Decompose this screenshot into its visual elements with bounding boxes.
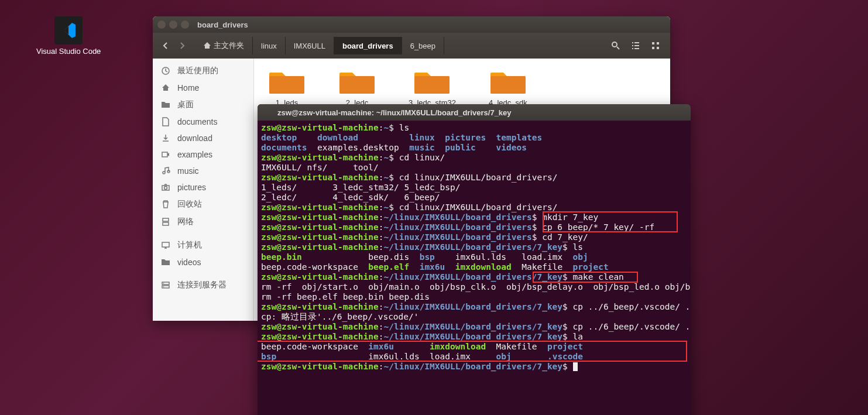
folder-icon bbox=[161, 258, 170, 267]
sidebar-item-videos[interactable]: videos bbox=[153, 254, 253, 270]
sidebar-item-download[interactable]: download bbox=[153, 130, 253, 146]
terminal-cursor bbox=[573, 362, 578, 371]
svg-rect-5 bbox=[634, 45, 639, 46]
svg-rect-3 bbox=[632, 48, 633, 49]
download-icon bbox=[161, 133, 170, 143]
vscode-icon bbox=[54, 16, 83, 44]
file-manager-sidebar: 最近使用的Home桌面documentsdownloadexamplesmusi… bbox=[153, 59, 254, 321]
svg-rect-1 bbox=[632, 42, 633, 43]
terminal-body[interactable]: zsw@zsw-virtual-machine:~$ lsdesktop dow… bbox=[258, 121, 691, 415]
video-icon bbox=[161, 150, 170, 159]
desktop-icon-label: Visual Studio Code bbox=[36, 47, 101, 56]
sidebar-item-label: 最近使用的 bbox=[177, 66, 218, 76]
svg-rect-6 bbox=[634, 48, 639, 49]
terminal-titlebar[interactable]: zsw@zsw-virtual-machine: ~/linux/IMX6ULL… bbox=[258, 104, 691, 121]
file-manager-toolbar: 主文件夹 linux IMX6ULL board_drivers 6_beep bbox=[153, 33, 670, 59]
minimize-button[interactable] bbox=[169, 20, 177, 29]
sidebar-item-label: pictures bbox=[177, 183, 206, 192]
sidebar-item-label: music bbox=[177, 166, 199, 176]
terminal-title: zsw@zsw-virtual-machine: ~/linux/IMX6ULL… bbox=[277, 108, 512, 117]
file-manager-titlebar[interactable]: board_drivers bbox=[153, 16, 670, 33]
svg-rect-10 bbox=[657, 47, 659, 49]
sidebar-item-label: examples bbox=[177, 150, 212, 159]
clock-icon bbox=[161, 66, 170, 76]
sidebar-item-network[interactable]: 网络 bbox=[153, 213, 253, 231]
breadcrumb-linux[interactable]: linux bbox=[253, 37, 286, 54]
search-icon bbox=[611, 41, 620, 50]
sidebar-item-label: 桌面 bbox=[177, 100, 194, 110]
window-title: board_drivers bbox=[197, 20, 248, 29]
folder-icon bbox=[489, 68, 527, 96]
svg-rect-8 bbox=[657, 42, 659, 44]
vscode-desktop-shortcut[interactable]: Visual Studio Code bbox=[36, 16, 101, 56]
back-button[interactable] bbox=[159, 37, 173, 54]
sidebar-item-music[interactable]: music bbox=[153, 163, 253, 179]
breadcrumb: 主文件夹 linux IMX6ULL board_drivers 6_beep bbox=[195, 37, 444, 54]
svg-rect-4 bbox=[634, 42, 639, 43]
computer-icon bbox=[161, 241, 170, 250]
camera-icon bbox=[161, 183, 170, 192]
folder-icon bbox=[338, 68, 376, 96]
home-icon bbox=[203, 42, 211, 50]
sidebar-item-label: 回收站 bbox=[177, 199, 202, 210]
breadcrumb-imx6ull[interactable]: IMX6ULL bbox=[286, 37, 334, 54]
sidebar-item-pictures[interactable]: pictures bbox=[153, 179, 253, 196]
svg-rect-15 bbox=[163, 218, 169, 221]
document-icon bbox=[161, 117, 170, 126]
sidebar-item-recent[interactable]: 最近使用的 bbox=[153, 62, 253, 80]
sidebar-item-label: 网络 bbox=[177, 217, 194, 227]
folder-icon bbox=[268, 68, 306, 96]
svg-point-20 bbox=[163, 283, 164, 284]
list-icon bbox=[631, 41, 640, 50]
music-icon bbox=[161, 166, 170, 176]
svg-rect-12 bbox=[162, 152, 167, 157]
sidebar-item-examples[interactable]: examples bbox=[153, 146, 253, 163]
sidebar-item-documents[interactable]: documents bbox=[153, 114, 253, 130]
network-icon bbox=[161, 217, 170, 227]
folder-icon bbox=[161, 100, 170, 109]
search-button[interactable] bbox=[607, 37, 625, 54]
sidebar-item-trash[interactable]: 回收站 bbox=[153, 196, 253, 213]
maximize-button[interactable] bbox=[181, 20, 189, 29]
sidebar-item-computer[interactable]: 计算机 bbox=[153, 236, 253, 254]
svg-rect-16 bbox=[163, 222, 169, 225]
sidebar-item-label: Home bbox=[177, 83, 199, 92]
svg-point-21 bbox=[163, 286, 164, 287]
forward-button[interactable] bbox=[175, 37, 189, 54]
svg-rect-17 bbox=[162, 242, 169, 247]
sidebar-item-label: 计算机 bbox=[177, 240, 202, 251]
sidebar-item-label: documents bbox=[177, 117, 217, 126]
sidebar-item-label: videos bbox=[177, 258, 201, 267]
svg-point-14 bbox=[164, 187, 167, 190]
view-grid-button[interactable] bbox=[647, 37, 664, 54]
breadcrumb-home[interactable]: 主文件夹 bbox=[195, 37, 253, 54]
svg-rect-7 bbox=[652, 42, 654, 44]
grid-icon bbox=[651, 41, 660, 50]
sidebar-item-home[interactable]: Home bbox=[153, 80, 253, 96]
close-button[interactable] bbox=[157, 20, 166, 29]
breadcrumb-6-beep[interactable]: 6_beep bbox=[402, 37, 444, 54]
sidebar-item-connect[interactable]: 连接到服务器 bbox=[153, 276, 253, 294]
svg-rect-9 bbox=[652, 47, 654, 49]
home-icon bbox=[161, 83, 170, 92]
svg-point-0 bbox=[612, 42, 617, 47]
sidebar-item-desktop[interactable]: 桌面 bbox=[153, 96, 253, 114]
breadcrumb-board-drivers[interactable]: board_drivers bbox=[334, 37, 402, 54]
folder-icon bbox=[413, 68, 451, 96]
view-list-button[interactable] bbox=[627, 37, 644, 54]
sidebar-item-label: 连接到服务器 bbox=[177, 280, 227, 290]
server-icon bbox=[161, 280, 170, 290]
terminal-window: zsw@zsw-virtual-machine: ~/linux/IMX6ULL… bbox=[258, 104, 691, 415]
trash-icon bbox=[161, 200, 170, 209]
svg-rect-2 bbox=[632, 45, 633, 46]
sidebar-item-label: download bbox=[177, 133, 212, 143]
